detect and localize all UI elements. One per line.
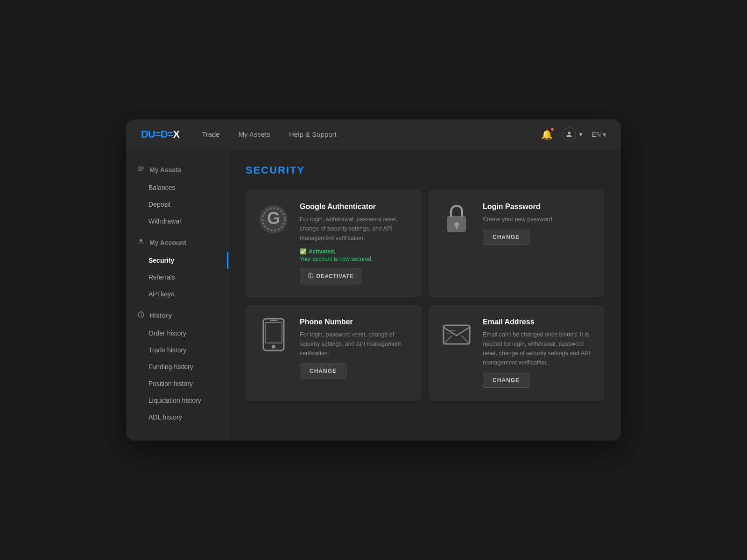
sidebar-item-security[interactable]: Security (126, 252, 228, 269)
svg-text:G: G (267, 209, 280, 228)
sidebar-item-position-history[interactable]: Position history (126, 375, 228, 392)
sidebar-item-order-history[interactable]: Order history (126, 325, 228, 342)
logo-dex: X (173, 128, 179, 140)
svg-rect-13 (265, 322, 282, 343)
phone-number-icon (257, 318, 290, 351)
svg-rect-16 (444, 325, 470, 344)
sidebar-account-label: My Account (149, 239, 186, 246)
sidebar-section-my-assets: My Assets Balances Deposit Withdrawal (126, 161, 228, 230)
svg-rect-3 (138, 170, 142, 171)
svg-rect-11 (456, 226, 458, 229)
main-nav: Trade My Assets Help & Support (202, 130, 541, 138)
user-menu-button[interactable]: ▾ (562, 127, 583, 141)
app-window: DU=D=X Trade My Assets Help & Support 🔔 … (126, 119, 621, 441)
google-authenticator-title: Google Authenticator (300, 203, 410, 211)
phone-number-change-button[interactable]: CHANGE (300, 364, 346, 378)
nav-trade[interactable]: Trade (202, 130, 220, 138)
logo-due: DU (141, 128, 155, 140)
history-icon (137, 311, 145, 320)
activated-label: ✅ Activated, (300, 248, 410, 255)
email-address-icon (440, 318, 473, 351)
notification-badge (550, 127, 555, 132)
login-password-body: Login Password Create your new password … (483, 203, 593, 245)
login-password-desc: Create your new password (483, 215, 593, 224)
sidebar-item-api-keys[interactable]: API keys (126, 286, 228, 302)
login-password-title: Login Password (483, 203, 593, 211)
email-address-change-button[interactable]: CHANGE (483, 373, 529, 388)
sidebar-section-my-account: My Account Security Referrals API keys (126, 233, 228, 302)
phone-number-body: Phone Number For login, password reset, … (300, 318, 410, 378)
card-phone-number: Phone Number For login, password reset, … (246, 305, 421, 401)
sidebar-section-header-assets: My Assets (126, 161, 228, 179)
sidebar-assets-label: My Assets (149, 166, 182, 174)
secured-label: Your account is now secured. (300, 256, 410, 262)
account-icon (137, 238, 145, 247)
card-email-address: Email Address Email can't be changed onc… (429, 305, 604, 401)
sidebar-item-adl-history[interactable]: ADL history (126, 409, 228, 426)
email-address-title: Email Address (483, 318, 593, 326)
svg-rect-15 (270, 320, 277, 321)
google-authenticator-body: Google Authenticator For login, withdraw… (300, 203, 410, 284)
sidebar-section-header-account: My Account (126, 233, 228, 252)
header: DU=D=X Trade My Assets Help & Support 🔔 … (126, 119, 621, 149)
svg-rect-2 (138, 168, 144, 169)
logo-dash1: = (155, 128, 161, 140)
sidebar-section-header-history: History (126, 306, 228, 325)
email-address-body: Email Address Email can't be changed onc… (483, 318, 593, 388)
svg-point-10 (454, 222, 459, 227)
notifications-button[interactable]: 🔔 (541, 129, 553, 140)
page-title: SECURITY (246, 164, 604, 176)
sidebar-item-balances[interactable]: Balances (126, 179, 228, 196)
sidebar-history-label: History (149, 312, 172, 319)
user-chevron: ▾ (579, 130, 583, 139)
svg-rect-18 (446, 333, 453, 334)
user-avatar (562, 127, 576, 141)
language-selector[interactable]: EN ▾ (592, 131, 606, 138)
logo: DU=D=X (141, 128, 179, 140)
security-grid: G Google Authenticator For login, withdr… (246, 189, 604, 401)
nav-my-assets[interactable]: My Assets (239, 130, 270, 138)
logo-due2: D (161, 128, 168, 140)
login-password-change-button[interactable]: CHANGE (483, 230, 529, 245)
logo-dash2: = (168, 128, 173, 140)
header-right: 🔔 ▾ EN ▾ (541, 127, 606, 141)
deactivate-button[interactable]: ⓘ DEACTIVATE (300, 268, 361, 284)
google-authenticator-icon: G (257, 203, 290, 236)
sidebar-item-trade-history[interactable]: Trade history (126, 342, 228, 358)
sidebar-item-deposit[interactable]: Deposit (126, 196, 228, 213)
sidebar-section-history: History Order history Trade history Fund… (126, 306, 228, 426)
sidebar-item-withdrawal[interactable]: Withdrawal (126, 213, 228, 230)
google-authenticator-desc: For login, withdrawal, password reset, c… (300, 215, 410, 243)
assets-icon (137, 165, 145, 175)
phone-number-desc: For login, password reset, change of sec… (300, 330, 410, 358)
svg-point-0 (568, 132, 571, 134)
main-layout: My Assets Balances Deposit Withdrawal My… (126, 149, 621, 441)
nav-help[interactable]: Help & Support (289, 130, 337, 138)
sidebar-item-referrals[interactable]: Referrals (126, 269, 228, 286)
svg-point-14 (272, 345, 275, 349)
svg-rect-17 (446, 330, 456, 331)
login-password-icon (440, 203, 473, 236)
card-google-authenticator: G Google Authenticator For login, withdr… (246, 189, 421, 297)
svg-rect-1 (138, 167, 144, 167)
main-content: SECURITY G Google Authenticator For logi… (229, 149, 621, 441)
card-login-password: Login Password Create your new password … (429, 189, 604, 297)
check-icon: ✅ (300, 248, 307, 255)
sidebar: My Assets Balances Deposit Withdrawal My… (126, 149, 229, 441)
phone-number-title: Phone Number (300, 318, 410, 326)
deactivate-icon: ⓘ (308, 272, 314, 280)
email-address-desc: Email can't be changed once binded. It i… (483, 330, 593, 367)
sidebar-item-liquidation-history[interactable]: Liquidation history (126, 392, 228, 409)
sidebar-item-funding-history[interactable]: Funding history (126, 358, 228, 375)
svg-point-4 (140, 239, 142, 242)
